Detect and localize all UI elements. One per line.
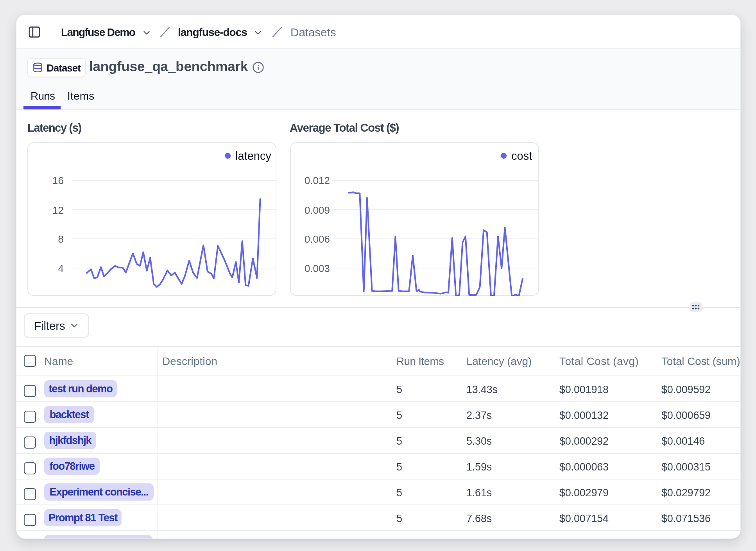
svg-text:0.006: 0.006 — [305, 233, 330, 245]
svg-text:latency: latency — [235, 150, 271, 162]
svg-text:16: 16 — [52, 175, 64, 186]
svg-text:0.012: 0.012 — [305, 175, 330, 186]
svg-text:8: 8 — [58, 233, 64, 245]
svg-text:0.003: 0.003 — [305, 263, 330, 274]
svg-text:4: 4 — [58, 263, 64, 274]
svg-text:cost: cost — [511, 150, 532, 162]
svg-text:12: 12 — [52, 204, 64, 216]
svg-text:0.009: 0.009 — [305, 204, 330, 216]
